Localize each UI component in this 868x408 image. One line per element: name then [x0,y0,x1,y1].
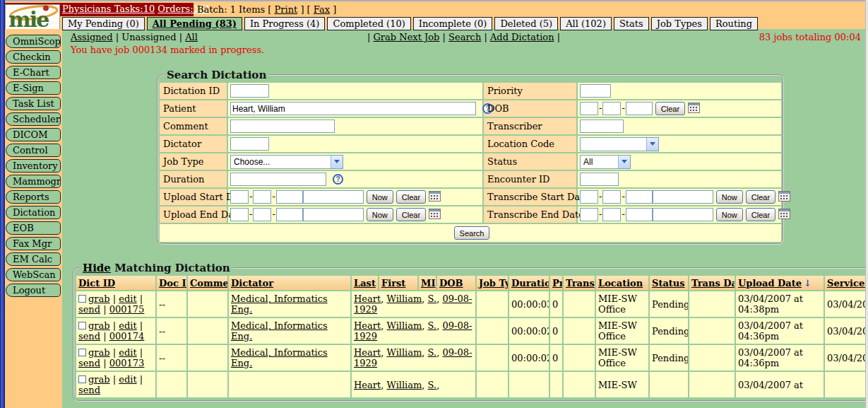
status-select[interactable]: All [580,155,631,169]
column-sort-link-trans[interactable]: Trans [566,278,595,288]
tab-all-pending-83[interactable]: All Pending (83) [147,17,242,30]
sidebar-item-webscan[interactable]: WebScan [6,268,61,281]
search-button[interactable]: Search [454,226,490,240]
date-part-input[interactable] [602,208,621,221]
dict-id-link[interactable]: 000174 [109,331,145,342]
row-checkbox[interactable] [78,295,86,303]
tab-routing[interactable]: Routing [710,17,758,30]
patient-name-link[interactable]: William [387,320,422,331]
now-button[interactable]: Now [716,208,743,221]
row-action-edit-link[interactable]: edit [119,347,136,358]
now-button[interactable]: Now [367,190,393,204]
location-code-select[interactable] [580,137,659,151]
patient-name-link[interactable]: William [387,380,422,390]
date-part-input[interactable] [303,208,364,221]
column-sort-link-dictator[interactable]: Dictator [231,278,273,288]
column-sort-link-doc-id[interactable]: Doc ID [159,278,186,288]
tab-deleted-5[interactable]: Deleted (5) [494,17,558,30]
date-part-input[interactable] [303,190,364,204]
patient-name-link[interactable]: Heart [354,293,381,304]
sidebar-item-logout[interactable]: Logout [6,284,61,297]
action-link-add-dictation[interactable]: Add Dictation [490,32,554,42]
now-button[interactable]: Now [716,190,743,204]
dict-id-link[interactable]: 000173 [109,358,145,368]
sidebar-item-checkin[interactable]: Checkin [6,50,61,64]
chevron-down-icon[interactable] [646,138,658,151]
patient-name-link[interactable]: William [387,347,422,358]
column-sort-link-mi[interactable]: MI [421,278,435,288]
calendar-icon[interactable] [429,209,441,221]
sidebar-item-task-list[interactable]: Task List [6,97,61,110]
patient-name-link[interactable]: S. [428,380,437,390]
comment-input[interactable] [230,120,335,133]
calendar-icon[interactable] [688,103,700,115]
tab-all-102[interactable]: All (102) [560,17,612,30]
sidebar-item-em-calc[interactable]: EM Calc [6,252,61,266]
row-checkbox[interactable] [78,322,86,330]
action-link-search[interactable]: Search [448,32,481,42]
column-sort-link-status[interactable]: Status [652,278,685,288]
column-sort-link-duration[interactable]: Duration [511,278,549,288]
tab-my-pending-0[interactable]: My Pending (0) [62,17,145,30]
clear-button[interactable]: Clear [396,190,426,204]
sidebar-item-e-chart[interactable]: E-Chart [6,66,61,79]
date-part-input[interactable] [253,208,271,221]
duration-help-icon[interactable]: ? [333,174,343,185]
row-action-grab-link[interactable]: grab [88,320,110,331]
date-part-input[interactable] [626,102,653,115]
sidebar-item-dictation[interactable]: Dictation [6,206,61,219]
clear-button[interactable]: Clear [746,190,775,204]
scrollbar-track[interactable] [865,0,868,408]
sidebar-item-fax-mgr[interactable]: Fax Mgr [6,237,61,250]
clear-button[interactable]: Clear [396,208,426,221]
column-sort-link-comment[interactable]: Comment [190,278,227,288]
dictator-link[interactable]: Medical, Informatics Eng. [231,347,328,368]
row-action-send-link[interactable]: send [78,385,100,395]
dictator-input[interactable] [230,137,269,151]
chevron-down-icon[interactable] [331,156,343,168]
patient-name-link[interactable]: Heart [354,320,381,331]
sidebar-item-e-sign[interactable]: E-Sign [6,81,61,95]
patient-name-link[interactable]: Heart [354,347,381,358]
chevron-down-icon[interactable] [618,156,630,168]
row-action-grab-link[interactable]: grab [88,374,110,385]
patient-name-link[interactable]: S. [428,293,437,304]
patient-name-link[interactable]: Heart [354,380,381,390]
patient-name-link[interactable]: S. [428,320,437,331]
date-part-input[interactable] [580,190,598,204]
row-action-send-link[interactable]: send [78,358,100,368]
date-part-input[interactable] [626,208,653,221]
sidebar-item-inventory[interactable]: Inventory [6,159,61,173]
sort-desc-icon[interactable]: ↓ [804,278,811,288]
transcriber-input[interactable] [580,120,624,133]
sidebar-item-omniscope[interactable]: OmniScope [6,35,61,48]
tab-completed-10[interactable]: Completed (10) [327,17,410,30]
tab-job-types[interactable]: Job Types [651,17,708,30]
date-part-input[interactable] [230,208,249,221]
date-part-input[interactable] [276,208,303,221]
dictation-id-input[interactable] [230,84,269,98]
job-type-select[interactable]: Choose... [230,155,343,169]
column-sort-link-last[interactable]: Last [354,278,376,288]
tab-in-progress-4[interactable]: In Progress (4) [244,17,326,30]
column-sort-link-upload-date[interactable]: Upload Date [738,278,802,288]
mie-logo[interactable]: mie [5,4,60,32]
clear-button[interactable]: Clear [746,208,775,221]
date-part-input[interactable] [602,102,621,115]
tab-incomplete-0[interactable]: Incomplete (0) [413,17,493,30]
date-part-input[interactable] [580,208,598,221]
sidebar-item-control[interactable]: Control [6,144,61,157]
date-part-input[interactable] [653,190,713,204]
date-part-input[interactable] [653,208,713,221]
priority-input[interactable] [580,84,611,98]
row-action-edit-link[interactable]: edit [119,320,136,331]
patient-name-link[interactable]: William [387,293,422,304]
row-action-edit-link[interactable]: edit [119,293,136,304]
row-action-edit-link[interactable]: edit [119,374,136,385]
sidebar-item-dicom[interactable]: DICOM [6,128,61,141]
column-sort-link-service-date[interactable]: Service Date [827,278,868,288]
sidebar-item-scheduler[interactable]: Scheduler [6,112,61,126]
patient-name-link[interactable]: S. [428,347,437,358]
column-sort-link-dict-id[interactable]: Dict ID [78,278,115,288]
row-checkbox[interactable] [78,375,86,383]
